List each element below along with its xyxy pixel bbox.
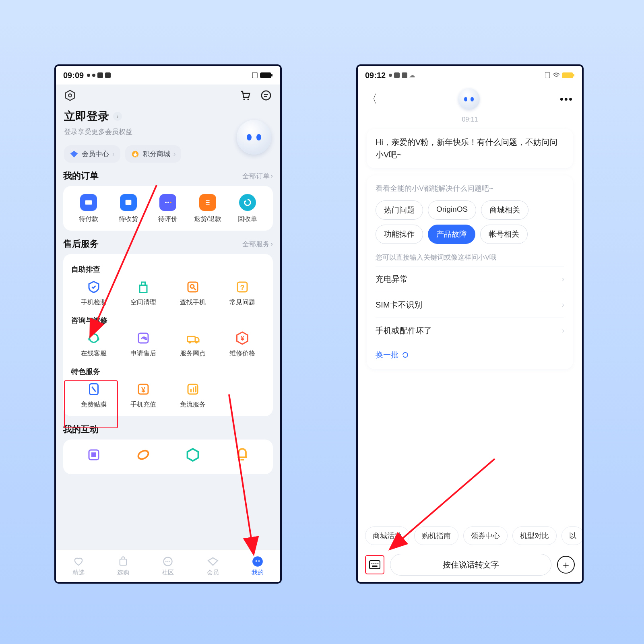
quick-more[interactable]: 以 bbox=[561, 526, 582, 545]
quick-model-compare[interactable]: 机型对比 bbox=[512, 526, 557, 545]
interaction-2[interactable] bbox=[118, 448, 168, 462]
repair-price[interactable]: ¥维修价格 bbox=[218, 331, 267, 358]
plus-button[interactable]: ＋ bbox=[557, 556, 575, 574]
svg-rect-24 bbox=[188, 282, 198, 292]
status-time: 09:12 bbox=[365, 71, 386, 80]
space-clean[interactable]: 空间清理 bbox=[118, 280, 168, 307]
quick-mall-activity[interactable]: 商城活动 bbox=[365, 526, 409, 545]
message-icon[interactable] bbox=[260, 89, 272, 101]
phone-recharge[interactable]: ¥手机充值 bbox=[118, 382, 168, 409]
svg-point-55 bbox=[252, 556, 263, 567]
svg-rect-44 bbox=[195, 386, 196, 392]
login-button[interactable]: 立即登录 › bbox=[64, 109, 272, 124]
faq-broken[interactable]: 手机或配件坏了› bbox=[376, 318, 564, 343]
order-pending-receive[interactable]: 待收货 bbox=[109, 194, 149, 223]
nav-community[interactable]: 社区 bbox=[146, 556, 190, 576]
quick-coupon[interactable]: 领券中心 bbox=[463, 526, 508, 545]
aftersale-more[interactable]: 全部服务› bbox=[242, 239, 273, 249]
svg-rect-15 bbox=[85, 200, 92, 205]
interaction-3[interactable] bbox=[168, 448, 218, 462]
settings-icon[interactable] bbox=[64, 89, 76, 101]
cart-icon[interactable] bbox=[239, 89, 251, 101]
svg-marker-54 bbox=[208, 557, 217, 565]
pill-account[interactable]: 帐号相关 bbox=[480, 225, 528, 244]
bottom-nav: 精选 选购 社区 会员 我的 bbox=[56, 549, 280, 582]
keyboard-button[interactable] bbox=[365, 555, 384, 574]
svg-rect-43 bbox=[193, 388, 194, 392]
svg-point-9 bbox=[262, 91, 271, 100]
refresh-button[interactable]: 换一批 bbox=[376, 350, 564, 360]
faq-charging[interactable]: 充电异常› bbox=[376, 266, 564, 292]
svg-rect-23 bbox=[141, 282, 145, 285]
order-recycle[interactable]: 回收单 bbox=[227, 194, 267, 223]
right-phone: 09:12 ☁ 〈 ••• 09:11 Hi，亲爱的V粉，新年快乐！有什么问题，… bbox=[356, 64, 584, 584]
interaction-1[interactable] bbox=[69, 448, 118, 462]
order-refund[interactable]: 退货/退款 bbox=[188, 194, 228, 223]
orders-more[interactable]: 全部订单› bbox=[242, 171, 273, 181]
svg-line-26 bbox=[194, 288, 196, 290]
apply-aftersale[interactable]: 申请售后 bbox=[118, 331, 168, 358]
svg-point-18 bbox=[165, 202, 167, 203]
avatar[interactable] bbox=[237, 120, 271, 155]
order-pending-review[interactable]: 待评价 bbox=[148, 194, 188, 223]
free-data[interactable]: 免流服务 bbox=[168, 382, 218, 409]
greeting-bubble: Hi，亲爱的V粉，新年快乐！有什么问题，不妨问问小V吧~ bbox=[367, 129, 573, 168]
svg-rect-3 bbox=[260, 72, 271, 78]
refresh-icon bbox=[402, 351, 409, 359]
pill-mall[interactable]: 商城相关 bbox=[481, 200, 528, 220]
svg-point-56 bbox=[256, 560, 257, 561]
points-mall-chip[interactable]: 积分商城› bbox=[125, 145, 182, 163]
svg-rect-2 bbox=[252, 72, 257, 78]
battery-icon bbox=[562, 72, 575, 78]
suggestion-card: 看看全能的小V都能解决什么问题吧~ 热门问题 OriginOS 商城相关 功能操… bbox=[367, 175, 573, 369]
svg-rect-49 bbox=[120, 559, 126, 565]
card-tip: 您可以直接输入关键词或像这样问小V哦 bbox=[376, 253, 564, 262]
back-button[interactable]: 〈 bbox=[368, 91, 377, 107]
nav-shop[interactable]: 选购 bbox=[101, 556, 145, 576]
svg-rect-4 bbox=[271, 74, 272, 76]
svg-point-7 bbox=[244, 99, 245, 100]
keyboard-icon bbox=[369, 560, 380, 569]
group-self-check: 自助排查 bbox=[71, 264, 267, 274]
pill-originos[interactable]: OriginOS bbox=[428, 200, 476, 220]
svg-text:?: ? bbox=[240, 284, 245, 292]
phone-check[interactable]: 手机检测 bbox=[69, 280, 118, 307]
sim-icon bbox=[252, 72, 258, 78]
pill-function[interactable]: 功能操作 bbox=[376, 225, 423, 244]
svg-point-8 bbox=[248, 99, 249, 100]
chip-label: 会员中心 bbox=[82, 149, 109, 159]
svg-rect-63 bbox=[402, 72, 407, 78]
svg-rect-22 bbox=[140, 285, 147, 293]
svg-rect-46 bbox=[91, 452, 96, 457]
svg-marker-12 bbox=[70, 151, 78, 157]
quick-buy-guide[interactable]: 购机指南 bbox=[414, 526, 458, 545]
svg-text:¥: ¥ bbox=[241, 334, 245, 342]
svg-point-51 bbox=[165, 561, 167, 562]
order-pending-pay[interactable]: 待付款 bbox=[69, 194, 109, 223]
svg-rect-42 bbox=[190, 389, 192, 392]
free-film[interactable]: 免费贴膜 bbox=[69, 382, 118, 409]
svg-point-6 bbox=[68, 94, 72, 97]
statusbar: 09:12 ☁ bbox=[358, 66, 582, 85]
faq[interactable]: ?常见问题 bbox=[218, 280, 267, 307]
svg-point-53 bbox=[169, 561, 171, 562]
pill-hot[interactable]: 热门问题 bbox=[376, 200, 423, 220]
nav-mine[interactable]: 我的 bbox=[235, 556, 280, 576]
online-service[interactable]: 在线客服 bbox=[69, 331, 118, 358]
voice-input[interactable]: 按住说话转文字 bbox=[390, 554, 551, 576]
nav-member[interactable]: 会员 bbox=[190, 556, 235, 576]
nav-featured[interactable]: 精选 bbox=[56, 556, 101, 576]
faq-sim[interactable]: SIM卡不识别› bbox=[376, 292, 564, 318]
interaction-4[interactable] bbox=[218, 448, 267, 462]
member-center-chip[interactable]: 会员中心› bbox=[64, 145, 120, 163]
find-phone[interactable]: 查找手机 bbox=[168, 280, 218, 307]
group-special: 特色服务 bbox=[71, 367, 267, 376]
more-button[interactable]: ••• bbox=[560, 93, 573, 105]
svg-rect-16 bbox=[126, 200, 132, 205]
pill-fault[interactable]: 产品故障 bbox=[428, 225, 475, 244]
service-network[interactable]: 服务网点 bbox=[168, 331, 218, 358]
svg-point-19 bbox=[167, 202, 169, 203]
wifi-icon bbox=[553, 72, 560, 78]
aftersale-title: 售后服务 bbox=[63, 238, 99, 250]
login-title: 立即登录 bbox=[64, 109, 109, 124]
